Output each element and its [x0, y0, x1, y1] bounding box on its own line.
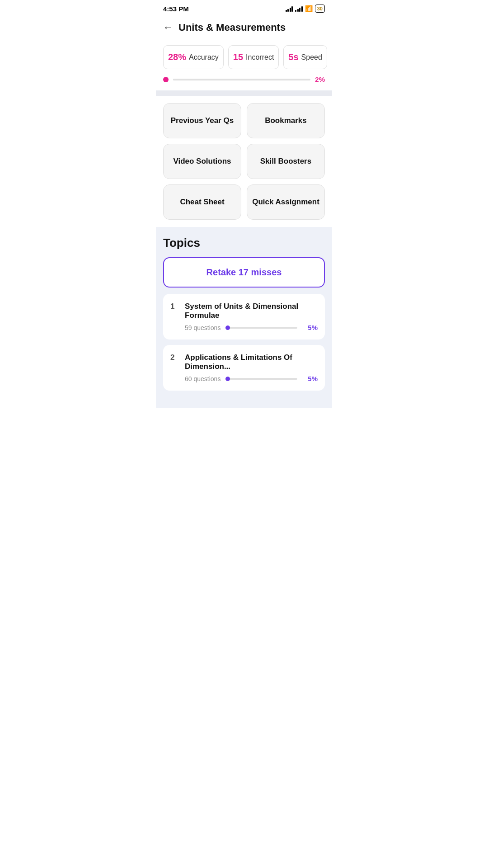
progress-track: [173, 79, 310, 80]
topic-meta-2: 60 questions 5%: [170, 375, 318, 382]
progress-fill: [173, 79, 176, 80]
battery-icon: 30: [315, 5, 325, 13]
status-time: 4:53 PM: [163, 5, 189, 13]
cheat-sheet-button[interactable]: Cheat Sheet: [163, 184, 241, 220]
accuracy-value: 28%: [168, 52, 186, 62]
progress-dot: [163, 77, 169, 82]
signal-bars-2: [295, 5, 303, 12]
action-grid: Previous Year Qs Bookmarks Video Solutio…: [156, 96, 332, 227]
topic-num-2: 2: [170, 353, 179, 362]
bookmarks-button[interactable]: Bookmarks: [247, 103, 325, 138]
topic-progress-dot-1: [225, 326, 230, 330]
incorrect-value: 15: [233, 52, 243, 62]
wifi-icon: 📶: [305, 5, 313, 12]
stats-section: 28% Accuracy 15 Incorrect 5s Speed: [156, 38, 332, 69]
topic-row-top-1: 1 System of Units & Dimensional Formulae: [170, 302, 318, 320]
signal-bars-1: [286, 5, 293, 12]
topics-section: Topics Retake 17 misses 1 System of Unit…: [156, 227, 332, 408]
progress-percent: 2%: [315, 75, 325, 83]
topic-questions-2: 60 questions: [185, 375, 221, 382]
section-divider: [156, 90, 332, 96]
topic-pct-2: 5%: [302, 375, 318, 382]
topic-questions-1: 59 questions: [185, 324, 221, 331]
stats-row: 28% Accuracy 15 Incorrect 5s Speed: [163, 45, 325, 69]
back-button[interactable]: ←: [163, 22, 173, 33]
incorrect-label: Incorrect: [246, 53, 274, 61]
quick-assignment-button[interactable]: Quick Assignment: [247, 184, 325, 220]
topic-card-2[interactable]: 2 Applications & Limitations Of Dimensio…: [163, 345, 325, 391]
topic-progress-dot-2: [225, 377, 230, 381]
topic-pct-1: 5%: [302, 324, 318, 331]
accuracy-label: Accuracy: [189, 53, 219, 61]
retake-button[interactable]: Retake 17 misses: [163, 257, 325, 288]
topic-progress-track-2: [225, 378, 297, 380]
speed-stat: 5s Speed: [283, 45, 327, 69]
page-header: ← Units & Measurements: [156, 15, 332, 38]
topic-name-2: Applications & Limitations Of Dimension.…: [185, 353, 318, 371]
accuracy-stat: 28% Accuracy: [163, 45, 224, 69]
topic-num-1: 1: [170, 302, 179, 311]
topic-name-1: System of Units & Dimensional Formulae: [185, 302, 318, 320]
topic-progress-track-1: [225, 327, 297, 329]
previous-year-qs-button[interactable]: Previous Year Qs: [163, 103, 241, 138]
skill-boosters-button[interactable]: Skill Boosters: [247, 144, 325, 179]
topic-card-1[interactable]: 1 System of Units & Dimensional Formulae…: [163, 294, 325, 340]
progress-section: 2%: [156, 75, 332, 90]
topics-heading: Topics: [163, 236, 325, 250]
status-icons: 📶 30: [286, 5, 325, 13]
topic-row-top-2: 2 Applications & Limitations Of Dimensio…: [170, 353, 318, 371]
speed-value: 5s: [288, 52, 298, 62]
incorrect-stat: 15 Incorrect: [228, 45, 279, 69]
page-title: Units & Measurements: [178, 22, 286, 33]
topic-meta-1: 59 questions 5%: [170, 324, 318, 331]
speed-label: Speed: [301, 53, 322, 61]
video-solutions-button[interactable]: Video Solutions: [163, 144, 241, 179]
status-bar: 4:53 PM 📶 30: [156, 0, 332, 15]
